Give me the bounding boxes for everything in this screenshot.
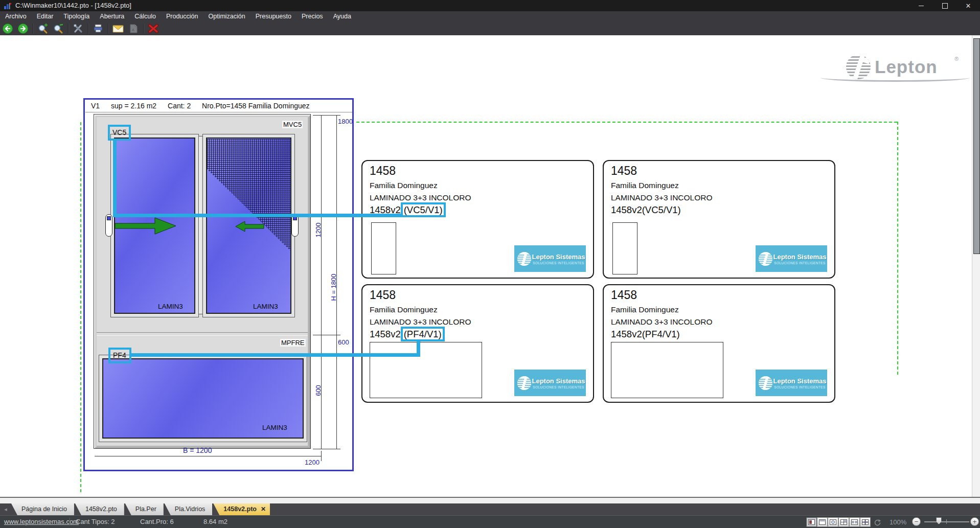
profile-label-mpfre: MPFRE [280, 339, 306, 347]
title-bar: C:\Winmaker10\1442.pto - [1458v2.pto] ✕ [0, 0, 980, 11]
tab-label: 1458v2.pto [85, 506, 117, 513]
dim-upper-height: 1200 [314, 223, 322, 238]
card-ref-prefix: 1458v2 [611, 204, 642, 215]
close-button[interactable]: ✕ [956, 0, 980, 11]
dimension-line-width [95, 456, 321, 456]
menu-calculo[interactable]: Cálculo [129, 11, 161, 22]
nav-forward-button[interactable] [15, 22, 31, 35]
view-mode-header-button[interactable] [817, 517, 828, 527]
delete-button[interactable] [146, 22, 161, 35]
tab-label: 1458v2.pto [223, 506, 257, 513]
view-mode-grid-button[interactable] [860, 517, 871, 527]
zoom-level-label: 100% [890, 518, 906, 526]
pf4-connector-stub [417, 340, 420, 357]
vc5-connector-horizontal [113, 214, 401, 217]
menu-optimizacion[interactable]: Optimización [203, 11, 250, 22]
badge-disc-icon [759, 376, 772, 390]
badge-disc-icon [759, 252, 772, 266]
tab-scroll-left-icon[interactable]: ◂ [0, 503, 11, 515]
zoom-in-button-status[interactable]: + [970, 517, 979, 526]
card-reference: 1458v2(VC5/V1) [611, 204, 681, 216]
vertical-scrollbar-thumb[interactable] [973, 38, 980, 254]
card-code: 1458 [611, 288, 637, 302]
handle-pin [107, 216, 111, 220]
lepton-sistemas-badge: Lepton SistemasSOLUCIONES INTELIGENTES [514, 245, 586, 272]
header-rule [85, 112, 352, 112]
zoom-slider-track[interactable] [924, 521, 969, 522]
plus-icon: + [973, 518, 977, 525]
dim-h-total: H = 1800 [330, 273, 337, 301]
tab-1458v2-pto[interactable]: 1458v2.pto [75, 503, 124, 515]
vc5-connector-vertical [113, 139, 117, 217]
status-bar: www.leptonsistemas.com Cant Tipos: 2 Can… [0, 515, 980, 528]
badge-title: Lepton Sistemas [772, 377, 827, 385]
print-button[interactable] [90, 22, 106, 35]
label-card-vc5: 1458 Familia Dominguez LAMINADO 3+3 INCO… [603, 160, 835, 279]
badge-subtitle: SOLUCIONES INTELIGENTES [772, 385, 827, 389]
glass-label-right: LAMIN3 [253, 303, 278, 310]
page-boundary-dashed-left [80, 122, 81, 492]
window-title: C:\Winmaker10\1442.pto - [1458v2.pto] [15, 2, 131, 9]
label-card-pf4-highlighted: 1458 Familia Dominguez LAMINADO 3+3 INCO… [361, 284, 594, 403]
glass-piece-thumbnail [611, 342, 723, 398]
zoom-out-button-status[interactable]: − [912, 517, 921, 526]
badge-title: Lepton Sistemas [531, 253, 586, 261]
card-reference: 1458v2(PF4/V1) [611, 329, 680, 340]
zoom-out-button[interactable] [51, 22, 66, 35]
minimize-button[interactable] [909, 0, 933, 11]
menu-abertura[interactable]: Abertura [95, 11, 129, 22]
zoom-in-button[interactable] [35, 22, 51, 35]
card-code: 1458 [611, 164, 637, 178]
card-ref-suffix: (VC5/V1) [642, 204, 681, 215]
zoom-slider-thumb[interactable] [936, 517, 942, 524]
tab-close-icon[interactable]: ✕ [261, 503, 266, 515]
nav-back-button[interactable] [0, 22, 15, 35]
zoom-slider-tick [946, 519, 947, 524]
view-mode-single-button[interactable] [806, 517, 817, 527]
status-cant-pro: Cant.Pro: 6 [140, 518, 174, 525]
dimension-tick-bottom [313, 449, 340, 449]
tab-1458v2-pto-active[interactable]: 1458v2.pto✕ [213, 503, 270, 515]
view-mode-two-pages-button[interactable] [849, 517, 860, 527]
menu-tipologia[interactable]: Tipología [58, 11, 95, 22]
dim-total-width: 1200 [305, 458, 320, 466]
tab-pagina-de-inicio[interactable]: Página de Inicio [11, 503, 74, 515]
tools-button[interactable] [71, 22, 86, 35]
dim-total-height: 1800 [338, 118, 353, 125]
menu-presupuesto[interactable]: Presupuesto [250, 11, 297, 22]
pf4-highlight-box [108, 348, 131, 363]
left-sash-handle [105, 214, 112, 237]
card-family: Familia Dominguez [370, 305, 438, 314]
pdf-document-icon: A [128, 24, 139, 34]
menu-editar[interactable]: Editar [32, 11, 59, 22]
card-ref-suffix: (PF4/V1) [642, 329, 680, 339]
view-mode-preview-button[interactable] [828, 517, 838, 527]
app-icon [4, 2, 12, 10]
close-icon: ✕ [966, 2, 971, 10]
refresh-view-button[interactable] [873, 519, 881, 527]
application-window: C:\Winmaker10\1442.pto - [1458v2.pto] ✕ … [0, 0, 980, 528]
view-header-icon [819, 519, 826, 525]
vertical-scrollbar[interactable] [972, 35, 980, 497]
menu-archivo[interactable]: Archivo [0, 11, 32, 22]
badge-subtitle: SOLUCIONES INTELIGENTES [772, 261, 827, 265]
tab-pla-per[interactable]: Pla.Per [125, 503, 164, 515]
card-ref-suffix-highlighted: (VC5/V1) [401, 202, 446, 217]
minimize-icon [919, 6, 924, 6]
glass-piece-thumbnail [612, 222, 637, 274]
opening-arrow-left-icon [235, 221, 265, 233]
back-arrow-icon [2, 23, 13, 34]
maximize-button[interactable] [933, 0, 956, 11]
menu-produccion[interactable]: Producción [161, 11, 203, 22]
export-pdf-button[interactable]: A [126, 22, 141, 35]
toolbar-separator [143, 24, 144, 34]
website-link[interactable]: www.leptonsistemas.com [4, 518, 79, 525]
page-boundary-dashed-top [356, 122, 897, 123]
send-mail-button[interactable] [110, 22, 126, 35]
menu-precios[interactable]: Precios [297, 11, 328, 22]
tab-pla-vidrios[interactable]: Pla.Vidrios [165, 503, 213, 515]
badge-disc-icon [517, 252, 531, 266]
tab-label: Pla.Vidrios [175, 506, 206, 513]
menu-ayuda[interactable]: Ayuda [328, 11, 356, 22]
view-mode-split-button[interactable] [838, 517, 849, 527]
